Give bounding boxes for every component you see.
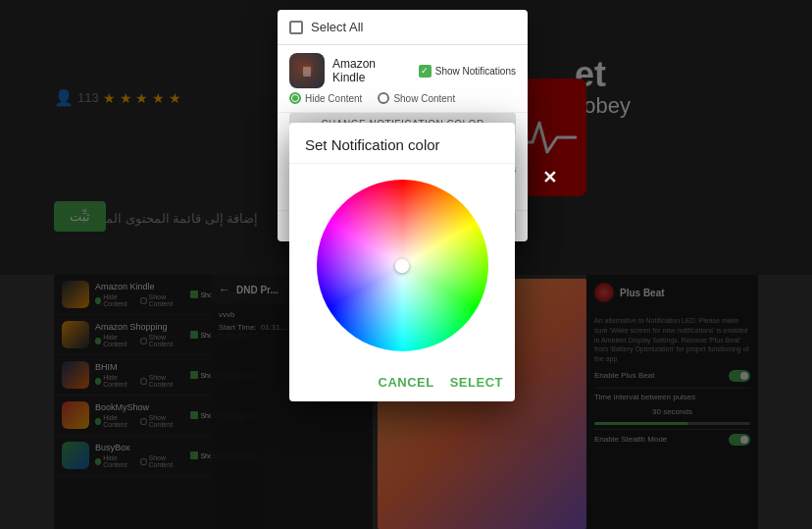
show-content-label: Show Content xyxy=(393,93,455,104)
kindle-app-icon xyxy=(289,53,325,88)
select-all-checkbox[interactable] xyxy=(289,21,303,34)
content-options: Hide Content Show Content xyxy=(289,92,516,104)
show-notif-label: Show Notifications xyxy=(435,66,516,77)
color-wheel[interactable] xyxy=(317,180,488,351)
color-picker-cursor[interactable] xyxy=(395,259,409,273)
panel-header: Select All xyxy=(278,10,528,45)
select-button[interactable]: SELECT xyxy=(450,375,503,390)
show-content-radio[interactable] xyxy=(378,92,389,104)
close-icon[interactable]: ✕ xyxy=(542,167,557,188)
color-picker-title: Set Notification color xyxy=(289,123,515,164)
color-wheel-container[interactable] xyxy=(289,164,515,367)
show-notif-toggle: ✓ Show Notifications xyxy=(419,65,516,78)
cancel-button[interactable]: CANCEL xyxy=(379,375,434,390)
color-picker-dialog: Set Notification color CANCEL SELECT xyxy=(289,123,515,401)
hide-content-radio[interactable] xyxy=(289,92,301,104)
hide-content-option[interactable]: Hide Content xyxy=(289,92,362,104)
color-picker-actions: CANCEL SELECT xyxy=(289,367,515,401)
kindle-app-name: Amazon Kindle xyxy=(332,57,411,84)
select-all-label: Select All xyxy=(311,20,363,34)
show-notif-checkbox[interactable]: ✓ xyxy=(419,65,431,78)
hide-content-label: Hide Content xyxy=(305,93,362,104)
kindle-app-row: Amazon Kindle ✓ Show Notifications Hide … xyxy=(278,45,528,113)
show-content-option[interactable]: Show Content xyxy=(378,92,455,104)
svg-rect-1 xyxy=(303,67,311,77)
